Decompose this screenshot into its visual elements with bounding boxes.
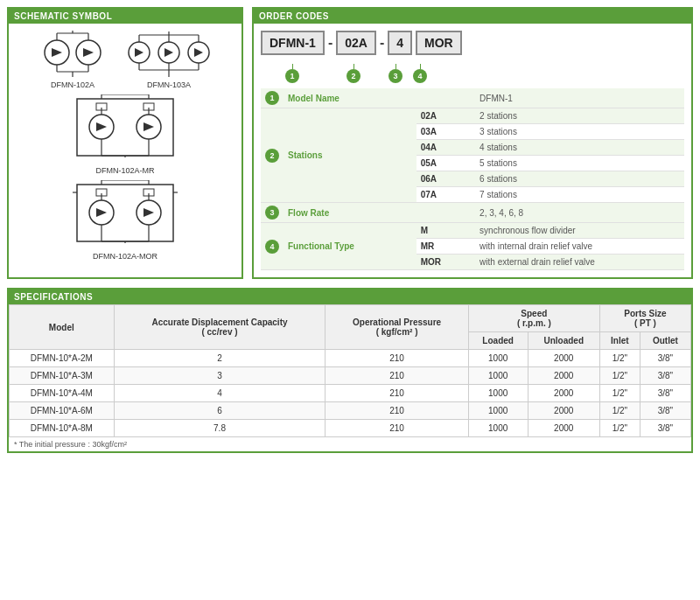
order-row-3: 3 Flow Rate 2, 3, 4, 6, 8 [261, 203, 684, 223]
page: SCHEMATIC SYMBOL [0, 0, 700, 460]
stations-code-02a: 02A [416, 108, 475, 124]
dfmn103a-svg [125, 31, 213, 79]
func-code-mr: MR [416, 239, 475, 255]
spec-cell-inlet-3: 1/2" [599, 402, 640, 420]
field-name-1: Model Name [284, 88, 416, 108]
order-row-4: 4 Functional Type M synchronous flow div… [261, 223, 684, 239]
spec-cell-model-0: DFMN-10*A-2M [10, 350, 115, 367]
spec-table: Model Accurate Displacement Capacity ( c… [9, 304, 691, 437]
row-num-3: 3 [265, 206, 279, 220]
stations-code-07a: 07A [416, 187, 475, 203]
spec-cell-model-1: DFMN-10*A-3M [10, 367, 115, 385]
stations-desc-07a: 7 stations [475, 187, 684, 203]
spec-cell-adc-2: 4 [114, 385, 326, 402]
field-name-2: Stations [284, 108, 416, 203]
dfmn103a-label: DFMN-103A [147, 80, 191, 89]
spec-cell-outlet-3: 3/8" [640, 402, 690, 420]
col-unloaded: Unloaded [528, 332, 599, 350]
spec-cell-unloaded-1: 2000 [528, 367, 599, 385]
svg-marker-17 [194, 48, 203, 57]
spec-cell-model-4: DFMN-10*A-8M [10, 420, 115, 437]
spec-cell-op-2: 210 [326, 385, 468, 402]
stations-desc-06a: 6 stations [475, 171, 684, 187]
spec-header: SPECIFICATIONS [9, 290, 691, 304]
spec-cell-adc-4: 7.8 [114, 420, 326, 437]
stations-code-04a: 04A [416, 140, 475, 156]
spec-cell-loaded-1: 1000 [468, 367, 528, 385]
schematic-row-1: DFMN-102A [38, 31, 213, 89]
spec-cell-op-3: 210 [326, 402, 468, 420]
stations-desc-04a: 4 stations [475, 140, 684, 156]
stations-desc-02a: 2 stations [475, 108, 684, 124]
svg-marker-49 [144, 208, 154, 217]
func-desc-m: synchronous flow divider [475, 223, 684, 239]
dfmn102a-label: DFMN-102A [51, 80, 94, 89]
ind-3: 3 [388, 64, 402, 83]
stations-code-05a: 05A [416, 156, 475, 171]
svg-marker-32 [144, 122, 154, 131]
desc-val-1: DFMN-1 [475, 88, 684, 108]
spec-cell-unloaded-3: 2000 [528, 402, 599, 420]
field-name-4: Functional Type [284, 223, 416, 270]
code-sep-1: - [328, 35, 332, 51]
svg-marker-16 [164, 48, 173, 57]
spec-cell-outlet-0: 3/8" [640, 350, 690, 367]
schematic-content: DFMN-102A [9, 24, 242, 268]
dfmn102amr-label: DFMN-102A-MR [95, 166, 154, 175]
func-desc-mr: with internal drain relief valve [475, 239, 684, 255]
spec-row-3: DFMN-10*A-6M6210100020001/2"3/8" [10, 402, 691, 420]
symbol-dfmn102a: DFMN-102A [38, 31, 108, 89]
code-part-2: 02A [336, 31, 376, 55]
spec-cell-model-2: DFMN-10*A-4M [10, 385, 115, 402]
dfmn102a-svg [38, 31, 108, 79]
dfmn102amr-svg [68, 94, 182, 164]
row-num-4: 4 [265, 240, 279, 254]
dfmn102amor-svg [68, 180, 182, 250]
spec-footnote: * The initial pressure : 30kgf/cm² [9, 437, 691, 451]
order-row-1: 1 Model Name DFMN-1 [261, 88, 684, 108]
circle-4: 4 [413, 69, 427, 83]
circle-1: 1 [285, 69, 299, 83]
col-ports-group: Ports Size ( PT ) [599, 305, 690, 332]
field-name-3: Flow Rate [284, 203, 416, 223]
code-val-1 [416, 88, 475, 108]
spec-cell-inlet-4: 1/2" [599, 420, 640, 437]
circle-3: 3 [388, 69, 402, 83]
circle-2: 2 [346, 69, 360, 83]
spec-row-0: DFMN-10*A-2M2210100020001/2"3/8" [10, 350, 691, 367]
spec-cell-loaded-3: 1000 [468, 402, 528, 420]
spec-row-2: DFMN-10*A-4M4210100020001/2"3/8" [10, 385, 691, 402]
ind-2: 2 [331, 64, 376, 83]
order-codes-box: ORDER CODES DFMN-1 - 02A - 4 MOR 1 [252, 7, 693, 279]
col-model: Model [10, 305, 115, 350]
spec-cell-op-4: 210 [326, 420, 468, 437]
spec-row-4: DFMN-10*A-8M7.8210100020001/2"3/8" [10, 420, 691, 437]
spec-row-1: DFMN-10*A-3M3210100020001/2"3/8" [10, 367, 691, 385]
spec-cell-outlet-1: 3/8" [640, 367, 690, 385]
spec-cell-adc-0: 2 [114, 350, 326, 367]
flowrate-code [416, 203, 475, 223]
func-code-m: M [416, 223, 475, 239]
svg-marker-2 [52, 48, 62, 57]
col-outlet: Outlet [640, 332, 690, 350]
stations-code-03a: 03A [416, 124, 475, 140]
svg-marker-31 [96, 122, 107, 131]
spec-cell-outlet-2: 3/8" [640, 385, 690, 402]
svg-rect-28 [77, 99, 173, 156]
top-section: SCHEMATIC SYMBOL [7, 7, 693, 279]
spec-cell-unloaded-0: 2000 [528, 350, 599, 367]
spec-cell-unloaded-2: 2000 [528, 385, 599, 402]
ind-4: 4 [413, 64, 427, 83]
spec-header-row-1: Model Accurate Displacement Capacity ( c… [10, 305, 691, 332]
col-loaded: Loaded [468, 332, 528, 350]
order-row-2: 2 Stations 02A 2 stations [261, 108, 684, 124]
symbol-dfmn102amr: DFMN-102A-MR [68, 94, 182, 175]
spec-cell-adc-1: 3 [114, 367, 326, 385]
spec-cell-loaded-2: 1000 [468, 385, 528, 402]
svg-rect-45 [77, 185, 173, 241]
row-num-2: 2 [265, 149, 279, 163]
col-inlet: Inlet [599, 332, 640, 350]
spec-cell-loaded-0: 1000 [468, 350, 528, 367]
order-code-display: DFMN-1 - 02A - 4 MOR [261, 31, 684, 55]
order-table: 1 Model Name DFMN-1 2 Stations 02A 2 sta… [261, 88, 684, 270]
